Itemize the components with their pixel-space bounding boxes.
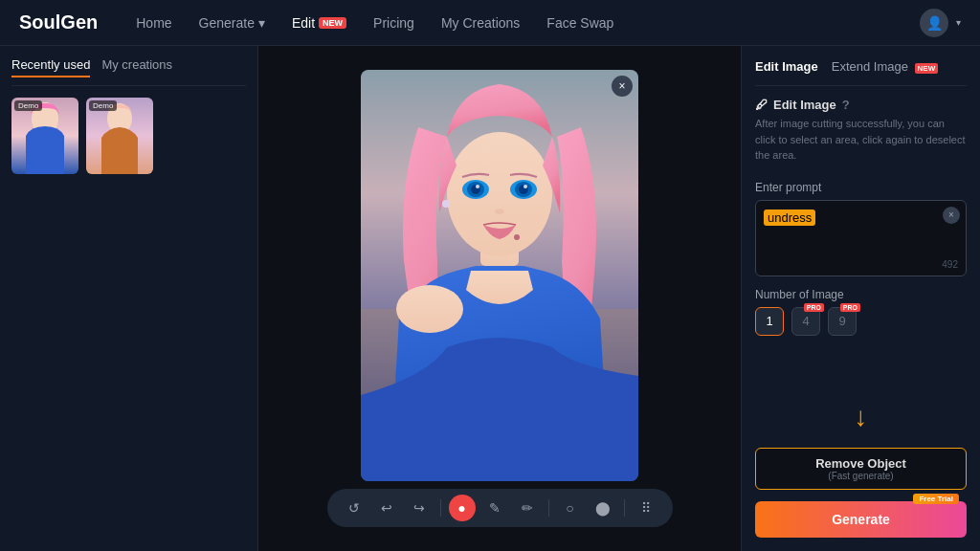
prompt-clear-button[interactable]: × bbox=[943, 207, 960, 224]
remove-object-button[interactable]: Remove Object (Fast generate) bbox=[755, 448, 967, 490]
prompt-char-count: 492 bbox=[942, 259, 958, 270]
num-option-1[interactable]: 1 bbox=[755, 307, 784, 336]
nav-account-chevron: ▾ bbox=[956, 17, 961, 28]
nav-right: 👤 ▾ bbox=[920, 9, 961, 37]
thumbnail-row: Demo Demo bbox=[11, 98, 246, 174]
pen-button[interactable]: ✎ bbox=[481, 495, 508, 521]
svg-point-16 bbox=[495, 209, 504, 214]
right-divider bbox=[755, 85, 967, 86]
circle-button[interactable]: ○ bbox=[557, 495, 584, 521]
nav-home[interactable]: Home bbox=[136, 15, 171, 31]
dot-button[interactable]: ⬤ bbox=[590, 495, 616, 521]
toolbar-sep1 bbox=[440, 499, 441, 517]
undo-button[interactable]: ↩ bbox=[373, 495, 400, 521]
num-option-9[interactable]: 9 PRO bbox=[828, 307, 857, 336]
left-tabs: Recently used My creations bbox=[11, 57, 246, 86]
thumb2-demo-label: Demo bbox=[89, 100, 117, 111]
num-options-row: 1 4 PRO 9 PRO bbox=[755, 307, 967, 336]
nav-generate[interactable]: Generate ▾ bbox=[199, 15, 265, 31]
nav-edit[interactable]: Edit NEW bbox=[292, 15, 346, 31]
tab-recently-used[interactable]: Recently used bbox=[11, 57, 90, 77]
section-header: 🖊 Edit Image ? bbox=[755, 98, 967, 112]
prompt-section: Enter prompt undress × 492 bbox=[755, 175, 967, 276]
nav-my-creations[interactable]: My Creations bbox=[441, 15, 520, 31]
prompt-value: undress bbox=[764, 209, 815, 226]
toolbar-sep3 bbox=[624, 499, 625, 517]
nav-links: Home Generate ▾ Edit NEW Pricing My Crea… bbox=[136, 15, 920, 31]
num-9-badge: PRO bbox=[840, 303, 860, 312]
num-images-section: Number of Image 1 4 PRO 9 PRO bbox=[755, 288, 967, 336]
remove-object-title: Remove Object bbox=[764, 456, 958, 471]
svg-point-15 bbox=[523, 185, 527, 188]
prompt-box[interactable]: undress × 492 bbox=[755, 200, 967, 276]
edit-image-section: 🖊 Edit Image ? After image cutting succe… bbox=[755, 98, 967, 164]
arrow-wrapper: ↓ bbox=[755, 402, 967, 432]
navbar: SoulGen Home Generate ▾ Edit NEW Pricing… bbox=[0, 0, 980, 46]
thumbnail-1[interactable]: Demo bbox=[11, 98, 78, 174]
section-description: After image cutting successfully, you ca… bbox=[755, 116, 967, 164]
prompt-label: Enter prompt bbox=[755, 181, 967, 194]
close-image-button[interactable]: × bbox=[612, 76, 633, 97]
handle-button[interactable]: ⠿ bbox=[633, 495, 659, 521]
user-avatar-button[interactable]: 👤 bbox=[920, 9, 948, 37]
svg-point-18 bbox=[514, 234, 520, 240]
logo: SoulGen bbox=[19, 11, 98, 33]
main-layout: Recently used My creations bbox=[0, 46, 980, 551]
main-image-container: × bbox=[361, 70, 638, 481]
edit-new-badge: NEW bbox=[319, 17, 346, 29]
left-panel: Recently used My creations bbox=[0, 46, 258, 551]
remove-object-subtitle: (Fast generate) bbox=[764, 471, 958, 481]
center-area: × bbox=[258, 46, 741, 551]
extend-new-badge: NEW bbox=[915, 63, 939, 74]
num-4-badge: PRO bbox=[804, 303, 824, 312]
svg-point-17 bbox=[442, 200, 450, 208]
generate-button-label: Generate bbox=[832, 512, 890, 527]
tab-my-creations[interactable]: My creations bbox=[101, 57, 172, 77]
spacer bbox=[755, 347, 967, 391]
main-image bbox=[361, 70, 638, 481]
num-option-4[interactable]: 4 PRO bbox=[791, 307, 820, 336]
right-panel-tabs: Edit Image Extend Image NEW bbox=[755, 59, 967, 74]
thumbnail-2[interactable]: Demo bbox=[86, 98, 153, 174]
image-toolbar: ↺ ↩ ↪ ● ✎ ✏ ○ ⬤ ⠿ bbox=[327, 489, 673, 527]
num-images-label: Number of Image bbox=[755, 288, 967, 301]
redo-button[interactable]: ↪ bbox=[406, 495, 433, 521]
nav-face-swap[interactable]: Face Swap bbox=[546, 15, 613, 31]
toolbar-sep2 bbox=[548, 499, 549, 517]
svg-point-19 bbox=[396, 285, 463, 333]
rotate-left-button[interactable]: ↺ bbox=[341, 495, 368, 521]
help-icon[interactable]: ? bbox=[842, 98, 850, 112]
right-panel: Edit Image Extend Image NEW 🖊 Edit Image… bbox=[741, 46, 980, 551]
chevron-icon: ▾ bbox=[258, 15, 265, 31]
pencil-button[interactable]: ✏ bbox=[514, 495, 541, 521]
section-title: Edit Image bbox=[773, 98, 836, 112]
tab-extend-image[interactable]: Extend Image NEW bbox=[832, 59, 939, 74]
thumb1-demo-label: Demo bbox=[14, 100, 42, 111]
free-trial-badge: Free Trial bbox=[913, 494, 959, 504]
down-arrow-icon: ↓ bbox=[855, 402, 868, 432]
draw-button[interactable]: ● bbox=[449, 495, 476, 521]
edit-image-icon: 🖊 bbox=[755, 98, 768, 112]
nav-pricing[interactable]: Pricing bbox=[373, 15, 414, 31]
generate-button[interactable]: Free Trial Generate bbox=[755, 501, 967, 538]
svg-point-11 bbox=[476, 185, 479, 188]
tab-edit-image[interactable]: Edit Image bbox=[755, 59, 818, 74]
